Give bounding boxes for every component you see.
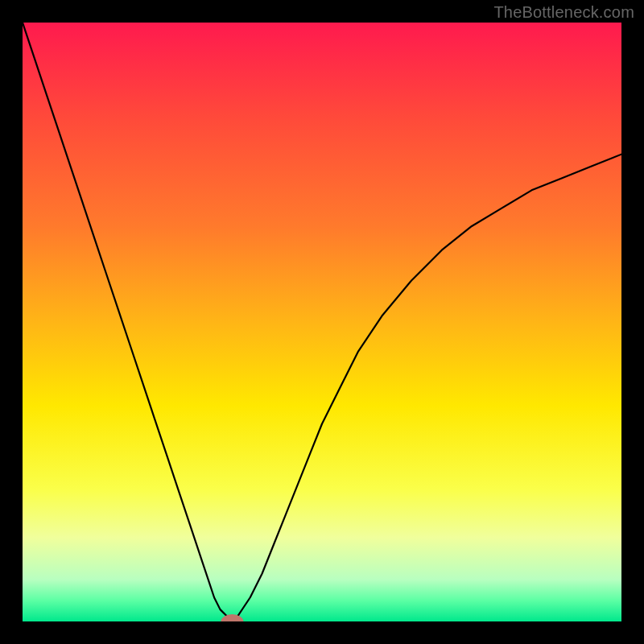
- watermark-text: TheBottleneck.com: [493, 3, 634, 22]
- gradient-background: [23, 23, 621, 621]
- chart-svg: [23, 23, 621, 621]
- chart-frame: TheBottleneck.com: [0, 0, 644, 644]
- plot-area: [23, 23, 621, 621]
